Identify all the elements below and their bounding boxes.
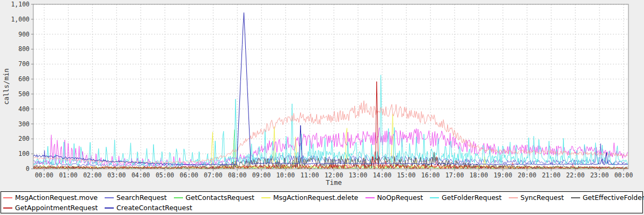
legend-label: MsgActionRequest.delete xyxy=(273,194,358,202)
x-tick-label: 04:00 xyxy=(131,171,150,179)
y-tick-label: 700 xyxy=(18,60,30,68)
legend-label: CreateContactRequest xyxy=(116,204,192,212)
calls-per-min-chart: 01002003004005006007008009001,0001,10000… xyxy=(0,0,644,191)
legend-item-MsgActionRequest.delete: MsgActionRequest.delete xyxy=(261,194,358,202)
legend-label: GetAppointmentRequest xyxy=(15,204,98,212)
legend-item-SyncRequest: SyncRequest xyxy=(509,194,564,202)
legend-swatch-icon xyxy=(3,207,12,209)
legend-label: SyncRequest xyxy=(521,194,564,202)
x-tick-label: 00:00 xyxy=(35,171,54,179)
legend-item-NoOpRequest: NoOpRequest xyxy=(365,194,423,202)
legend-item-GetFolderRequest: GetFolderRequest xyxy=(430,194,502,202)
legend-swatch-icon xyxy=(509,197,518,198)
x-tick-label: 08:00 xyxy=(228,171,247,179)
legend-swatch-icon xyxy=(365,197,375,198)
y-tick-label: 500 xyxy=(18,90,30,98)
x-tick-label: 18:00 xyxy=(470,171,488,179)
x-tick-label: 19:00 xyxy=(494,171,513,179)
x-tick-label: 21:00 xyxy=(542,171,561,179)
x-tick-label: 15:00 xyxy=(397,171,416,179)
y-tick-label: 600 xyxy=(18,75,30,83)
y-tick-label: 200 xyxy=(18,135,30,142)
legend-label: SearchRequest xyxy=(116,194,167,202)
y-tick-label: 400 xyxy=(18,105,30,113)
y-tick-label: 300 xyxy=(18,120,30,128)
x-tick-label: 01:00 xyxy=(59,171,78,179)
legend-label: GetFolderRequest xyxy=(442,194,502,202)
legend-label: NoOpRequest xyxy=(377,194,423,202)
x-tick-label: 07:00 xyxy=(204,171,223,179)
legend-label: GetEffectiveFolderPermsRequest xyxy=(583,194,644,202)
legend-label: MsgActionRequest.move xyxy=(15,194,98,202)
chart-canvas: 01002003004005006007008009001,0001,10000… xyxy=(0,0,644,191)
x-tick-label: 06:00 xyxy=(180,171,199,179)
x-tick-label: 09:00 xyxy=(252,171,271,179)
x-tick-label: 13:00 xyxy=(349,171,368,179)
legend-label: GetContactsRequest xyxy=(186,194,254,202)
x-tick-label: 05:00 xyxy=(156,171,174,179)
y-tick-label: 800 xyxy=(18,45,30,53)
x-tick-label: 22:00 xyxy=(566,171,585,179)
x-tick-label: 17:00 xyxy=(445,171,464,179)
y-tick-label: 0 xyxy=(26,165,30,173)
legend-item-CreateContactRequest: CreateContactRequest xyxy=(105,204,192,212)
legend-swatch-icon xyxy=(105,207,114,209)
legend-item-MsgActionRequest.move: MsgActionRequest.move xyxy=(3,194,98,202)
y-tick-label: 1,000 xyxy=(11,16,30,23)
legend-row-2: GetAppointmentRequestCreateContactReques… xyxy=(3,204,640,212)
legend-swatch-icon xyxy=(105,197,114,198)
x-tick-label: 12:00 xyxy=(325,171,343,179)
x-tick-label: 14:00 xyxy=(373,171,392,179)
legend-item-GetContactsRequest: GetContactsRequest xyxy=(174,194,254,202)
y-axis-title: calls/min xyxy=(2,68,10,105)
x-tick-label: 20:00 xyxy=(518,171,537,179)
x-tick-label: 00:00 xyxy=(614,171,633,179)
x-axis-title: Time xyxy=(326,178,342,187)
legend-item-GetEffectiveFolderPermsRequest: GetEffectiveFolderPermsRequest xyxy=(571,194,644,202)
x-tick-label: 11:00 xyxy=(301,171,319,179)
x-tick-label: 10:00 xyxy=(276,171,295,179)
x-tick-label: 02:00 xyxy=(83,171,102,179)
legend-swatch-icon xyxy=(261,197,270,198)
x-tick-label: 03:00 xyxy=(107,171,126,179)
x-tick-label: 16:00 xyxy=(421,171,440,179)
legend-item-GetAppointmentRequest: GetAppointmentRequest xyxy=(3,204,98,212)
legend-swatch-icon xyxy=(174,197,183,198)
y-tick-label: 900 xyxy=(18,31,30,38)
y-tick-label: 100 xyxy=(18,150,30,157)
legend: MsgActionRequest.moveSearchRequestGetCon… xyxy=(1,191,643,213)
legend-swatch-icon xyxy=(430,197,439,198)
legend-row-1: MsgActionRequest.moveSearchRequestGetCon… xyxy=(3,194,640,202)
legend-swatch-icon xyxy=(571,197,580,198)
x-tick-label: 23:00 xyxy=(590,171,609,179)
legend-item-SearchRequest: SearchRequest xyxy=(105,194,167,202)
legend-swatch-icon xyxy=(3,197,12,198)
y-tick-label: 1,100 xyxy=(11,1,30,8)
